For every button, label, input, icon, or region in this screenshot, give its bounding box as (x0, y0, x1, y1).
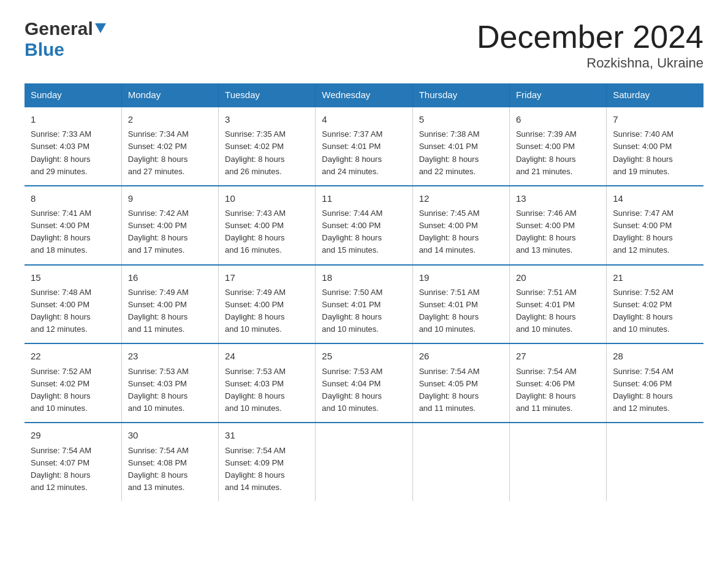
day-number: 4 (322, 112, 406, 126)
day-info: Sunrise: 7:45 AM Sunset: 4:00 PM Dayligh… (419, 207, 503, 257)
day-number: 6 (516, 112, 600, 126)
calendar-week-5: 29Sunrise: 7:54 AM Sunset: 4:07 PM Dayli… (25, 423, 703, 501)
calendar-cell: 24Sunrise: 7:53 AM Sunset: 4:03 PM Dayli… (219, 343, 316, 423)
calendar-cell: 4Sunrise: 7:37 AM Sunset: 4:01 PM Daylig… (316, 107, 412, 186)
day-number: 7 (613, 112, 697, 126)
day-number: 28 (613, 349, 697, 363)
calendar-cell: 11Sunrise: 7:44 AM Sunset: 4:00 PM Dayli… (316, 186, 412, 265)
day-number: 11 (322, 191, 406, 205)
calendar-cell: 30Sunrise: 7:54 AM Sunset: 4:08 PM Dayli… (121, 423, 218, 501)
col-thursday: Thursday (412, 83, 509, 107)
calendar-cell: 22Sunrise: 7:52 AM Sunset: 4:02 PM Dayli… (25, 343, 121, 423)
day-info: Sunrise: 7:37 AM Sunset: 4:01 PM Dayligh… (322, 128, 406, 178)
col-wednesday: Wednesday (316, 83, 412, 107)
day-info: Sunrise: 7:40 AM Sunset: 4:00 PM Dayligh… (613, 128, 697, 178)
day-number: 8 (31, 191, 115, 205)
day-number: 5 (419, 112, 503, 126)
calendar-cell: 12Sunrise: 7:45 AM Sunset: 4:00 PM Dayli… (412, 186, 509, 265)
day-info: Sunrise: 7:38 AM Sunset: 4:01 PM Dayligh… (419, 128, 503, 178)
day-info: Sunrise: 7:39 AM Sunset: 4:00 PM Dayligh… (516, 128, 600, 178)
day-number: 19 (419, 270, 503, 285)
calendar-cell: 19Sunrise: 7:51 AM Sunset: 4:01 PM Dayli… (412, 265, 509, 344)
day-info: Sunrise: 7:47 AM Sunset: 4:00 PM Dayligh… (613, 207, 697, 257)
day-info: Sunrise: 7:54 AM Sunset: 4:08 PM Dayligh… (128, 445, 212, 494)
day-info: Sunrise: 7:48 AM Sunset: 4:00 PM Dayligh… (31, 286, 115, 336)
day-info: Sunrise: 7:53 AM Sunset: 4:04 PM Dayligh… (322, 366, 406, 415)
day-info: Sunrise: 7:49 AM Sunset: 4:00 PM Dayligh… (128, 286, 212, 336)
day-number: 10 (225, 191, 309, 205)
calendar-cell: 27Sunrise: 7:54 AM Sunset: 4:06 PM Dayli… (509, 343, 606, 423)
day-info: Sunrise: 7:53 AM Sunset: 4:03 PM Dayligh… (225, 366, 309, 415)
day-info: Sunrise: 7:52 AM Sunset: 4:02 PM Dayligh… (613, 286, 697, 336)
calendar-cell: 28Sunrise: 7:54 AM Sunset: 4:06 PM Dayli… (607, 343, 703, 423)
calendar-table: Sunday Monday Tuesday Wednesday Thursday… (25, 83, 703, 501)
day-number: 20 (516, 270, 600, 285)
day-info: Sunrise: 7:34 AM Sunset: 4:02 PM Dayligh… (128, 128, 212, 178)
day-info: Sunrise: 7:35 AM Sunset: 4:02 PM Dayligh… (225, 128, 309, 178)
col-friday: Friday (509, 83, 606, 107)
calendar-cell: 26Sunrise: 7:54 AM Sunset: 4:05 PM Dayli… (412, 343, 509, 423)
calendar-cell: 29Sunrise: 7:54 AM Sunset: 4:07 PM Dayli… (25, 423, 121, 501)
day-number: 23 (128, 349, 212, 363)
day-number: 9 (128, 191, 212, 205)
logo-triangle-icon (95, 23, 106, 37)
day-number: 3 (225, 112, 309, 126)
day-info: Sunrise: 7:42 AM Sunset: 4:00 PM Dayligh… (128, 207, 212, 257)
calendar-cell: 18Sunrise: 7:50 AM Sunset: 4:01 PM Dayli… (316, 265, 412, 344)
calendar-week-2: 8Sunrise: 7:41 AM Sunset: 4:00 PM Daylig… (25, 186, 703, 265)
day-info: Sunrise: 7:54 AM Sunset: 4:06 PM Dayligh… (613, 366, 697, 415)
day-info: Sunrise: 7:51 AM Sunset: 4:01 PM Dayligh… (419, 286, 503, 336)
calendar-cell: 3Sunrise: 7:35 AM Sunset: 4:02 PM Daylig… (219, 107, 316, 186)
calendar-cell: 10Sunrise: 7:43 AM Sunset: 4:00 PM Dayli… (219, 186, 316, 265)
col-monday: Monday (121, 83, 218, 107)
col-saturday: Saturday (607, 83, 703, 107)
day-info: Sunrise: 7:44 AM Sunset: 4:00 PM Dayligh… (322, 207, 406, 257)
calendar-week-1: 1Sunrise: 7:33 AM Sunset: 4:03 PM Daylig… (25, 107, 703, 186)
calendar-header: Sunday Monday Tuesday Wednesday Thursday… (25, 83, 703, 107)
calendar-cell: 13Sunrise: 7:46 AM Sunset: 4:00 PM Dayli… (509, 186, 606, 265)
day-info: Sunrise: 7:41 AM Sunset: 4:00 PM Dayligh… (31, 207, 115, 257)
calendar-cell: 17Sunrise: 7:49 AM Sunset: 4:00 PM Dayli… (219, 265, 316, 344)
day-info: Sunrise: 7:54 AM Sunset: 4:09 PM Dayligh… (225, 445, 309, 494)
calendar-week-4: 22Sunrise: 7:52 AM Sunset: 4:02 PM Dayli… (25, 343, 703, 423)
calendar-cell: 16Sunrise: 7:49 AM Sunset: 4:00 PM Dayli… (121, 265, 218, 344)
day-number: 26 (419, 349, 503, 363)
day-info: Sunrise: 7:46 AM Sunset: 4:00 PM Dayligh… (516, 207, 600, 257)
day-number: 1 (31, 112, 115, 126)
calendar-cell: 21Sunrise: 7:52 AM Sunset: 4:02 PM Dayli… (607, 265, 703, 344)
day-number: 17 (225, 270, 309, 285)
day-number: 13 (516, 191, 600, 205)
day-info: Sunrise: 7:33 AM Sunset: 4:03 PM Dayligh… (31, 128, 115, 178)
col-sunday: Sunday (25, 83, 121, 107)
page-subtitle: Rozkishna, Ukraine (477, 55, 703, 71)
day-info: Sunrise: 7:50 AM Sunset: 4:01 PM Dayligh… (322, 286, 406, 336)
page-title: December 2024 (477, 18, 703, 55)
day-number: 25 (322, 349, 406, 363)
calendar-cell: 15Sunrise: 7:48 AM Sunset: 4:00 PM Dayli… (25, 265, 121, 344)
calendar-cell: 20Sunrise: 7:51 AM Sunset: 4:01 PM Dayli… (509, 265, 606, 344)
calendar-cell: 23Sunrise: 7:53 AM Sunset: 4:03 PM Dayli… (121, 343, 218, 423)
calendar-cell (607, 423, 703, 501)
title-block: December 2024 Rozkishna, Ukraine (477, 18, 703, 71)
calendar-week-3: 15Sunrise: 7:48 AM Sunset: 4:00 PM Dayli… (25, 265, 703, 344)
logo: General Blue (25, 18, 106, 60)
day-info: Sunrise: 7:52 AM Sunset: 4:02 PM Dayligh… (31, 366, 115, 415)
day-number: 29 (31, 428, 115, 442)
day-info: Sunrise: 7:43 AM Sunset: 4:00 PM Dayligh… (225, 207, 309, 257)
day-number: 24 (225, 349, 309, 363)
calendar-cell: 31Sunrise: 7:54 AM Sunset: 4:09 PM Dayli… (219, 423, 316, 501)
calendar-cell (316, 423, 412, 501)
day-number: 21 (613, 270, 697, 285)
day-info: Sunrise: 7:49 AM Sunset: 4:00 PM Dayligh… (225, 286, 309, 336)
col-tuesday: Tuesday (219, 83, 316, 107)
calendar-cell: 25Sunrise: 7:53 AM Sunset: 4:04 PM Dayli… (316, 343, 412, 423)
day-info: Sunrise: 7:54 AM Sunset: 4:07 PM Dayligh… (31, 445, 115, 494)
day-number: 27 (516, 349, 600, 363)
day-info: Sunrise: 7:53 AM Sunset: 4:03 PM Dayligh… (128, 366, 212, 415)
day-number: 30 (128, 428, 212, 442)
calendar-cell: 6Sunrise: 7:39 AM Sunset: 4:00 PM Daylig… (509, 107, 606, 186)
page-header: General Blue December 2024 Rozkishna, Uk… (25, 18, 703, 71)
day-number: 2 (128, 112, 212, 126)
day-number: 15 (31, 270, 115, 285)
day-number: 18 (322, 270, 406, 285)
